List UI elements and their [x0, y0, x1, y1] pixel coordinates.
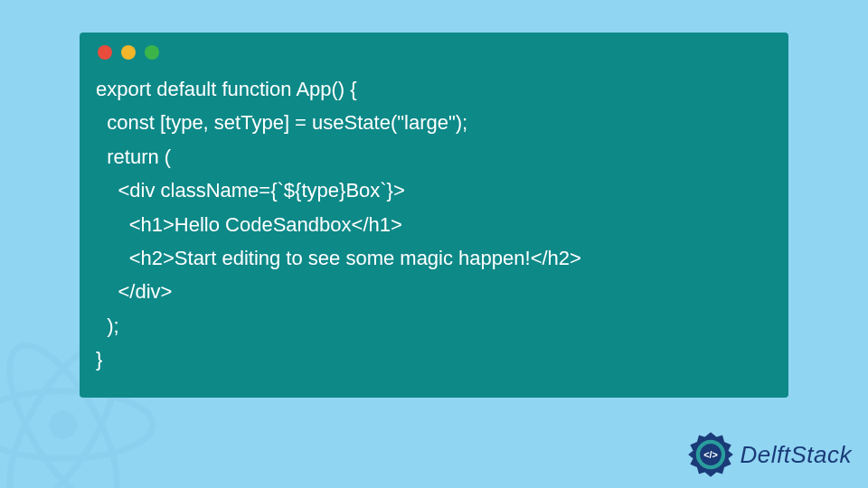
minimize-icon [121, 45, 136, 60]
svg-point-3 [50, 411, 78, 439]
svg-text:</>: </> [703, 449, 718, 460]
maximize-icon [145, 45, 159, 60]
brand-name: DelftStack [741, 441, 853, 469]
delftstack-badge-icon: </> [686, 430, 735, 479]
code-window: export default function App() { const [t… [80, 33, 788, 398]
brand-logo: </> DelftStack [686, 430, 853, 479]
window-controls [98, 45, 772, 60]
close-icon [98, 45, 112, 60]
code-content: export default function App() { const [t… [96, 72, 772, 377]
